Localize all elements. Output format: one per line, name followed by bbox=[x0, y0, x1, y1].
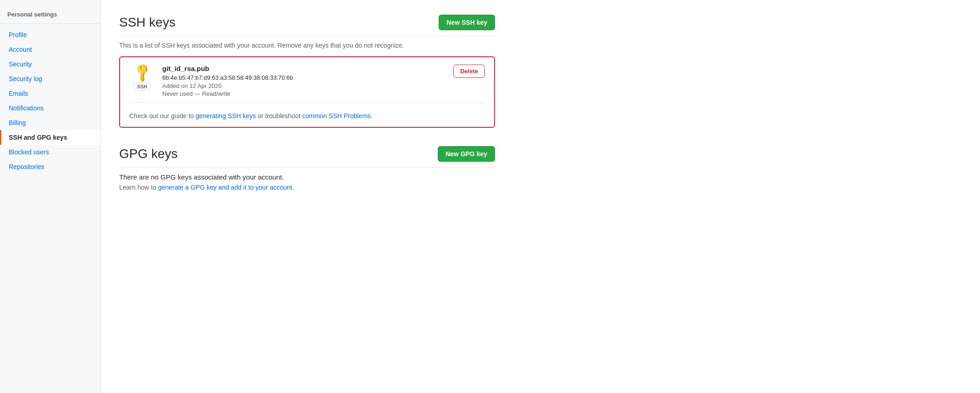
key-actions: Delete bbox=[453, 65, 485, 78]
ssh-section-title: SSH keys bbox=[119, 15, 176, 30]
sidebar-item-ssh-gpg-keys[interactable]: SSH and GPG keys bbox=[0, 130, 100, 145]
ssh-divider bbox=[119, 36, 495, 36]
key-icon: 🔑 bbox=[131, 61, 153, 83]
key-icon-area: 🔑 SSH bbox=[129, 65, 155, 91]
ssh-key-item: 🔑 SSH git_id_rsa.pub 6b:4e:b5:47:b7:d9:6… bbox=[129, 65, 485, 97]
gpg-learn-suffix: . bbox=[292, 184, 294, 191]
gpg-divider bbox=[119, 167, 495, 168]
generating-ssh-keys-link[interactable]: generating SSH keys bbox=[196, 112, 256, 120]
sidebar-item-profile[interactable]: Profile bbox=[0, 27, 100, 42]
gpg-learn-text: Learn how to generate a GPG key and add … bbox=[119, 184, 495, 191]
ssh-keys-section: SSH keys New SSH key This is a list of S… bbox=[119, 15, 495, 128]
generate-gpg-key-link[interactable]: generate a GPG key and add it to your ac… bbox=[158, 184, 292, 191]
gpg-keys-section: GPG keys New GPG key There are no GPG ke… bbox=[119, 146, 495, 191]
common-ssh-problems-link[interactable]: common SSH Problems bbox=[302, 112, 370, 120]
sidebar-item-account[interactable]: Account bbox=[0, 42, 100, 57]
key-usage: Never used — Read/write bbox=[162, 90, 446, 97]
guide-suffix: . bbox=[371, 112, 373, 120]
new-ssh-key-button[interactable]: New SSH key bbox=[439, 15, 495, 30]
sidebar-title: Personal settings bbox=[0, 7, 100, 24]
guide-prefix: Check out our guide to bbox=[129, 112, 196, 120]
delete-ssh-key-button[interactable]: Delete bbox=[453, 65, 485, 78]
key-added-date: Added on 12 Apr 2020 bbox=[162, 82, 446, 89]
sidebar-item-repositories[interactable]: Repositories bbox=[0, 159, 100, 174]
guide-middle: or troubleshoot bbox=[256, 112, 302, 120]
sidebar-item-security[interactable]: Security bbox=[0, 57, 100, 71]
ssh-guide-text: Check out our guide to generating SSH ke… bbox=[129, 109, 485, 120]
sidebar-item-billing[interactable]: Billing bbox=[0, 115, 100, 130]
ssh-description: This is a list of SSH keys associated wi… bbox=[119, 42, 495, 49]
sidebar-item-security-log[interactable]: Security log bbox=[0, 71, 100, 86]
gpg-empty-text: There are no GPG keys associated with yo… bbox=[119, 173, 495, 181]
key-fingerprint: 6b:4e:b5:47:b7:d9:63:a3:58:58:49:38:08:3… bbox=[162, 74, 446, 81]
sidebar-item-emails[interactable]: Emails bbox=[0, 86, 100, 101]
sidebar: Personal settings ProfileAccountSecurity… bbox=[0, 0, 101, 393]
ssh-keys-box: 🔑 SSH git_id_rsa.pub 6b:4e:b5:47:b7:d9:6… bbox=[119, 56, 495, 128]
new-gpg-key-button[interactable]: New GPG key bbox=[438, 146, 495, 162]
gpg-section-title: GPG keys bbox=[119, 147, 178, 161]
key-name: git_id_rsa.pub bbox=[162, 65, 446, 72]
main-content: SSH keys New SSH key This is a list of S… bbox=[101, 0, 513, 393]
gpg-section-header: GPG keys New GPG key bbox=[119, 146, 495, 162]
sidebar-item-blocked-users[interactable]: Blocked users bbox=[0, 145, 100, 159]
key-box-divider bbox=[129, 103, 485, 103]
key-info: git_id_rsa.pub 6b:4e:b5:47:b7:d9:63:a3:5… bbox=[162, 65, 446, 97]
sidebar-item-notifications[interactable]: Notifications bbox=[0, 101, 100, 115]
ssh-section-header: SSH keys New SSH key bbox=[119, 15, 495, 30]
gpg-learn-prefix: Learn how to bbox=[119, 184, 158, 191]
ssh-type-badge: SSH bbox=[134, 82, 151, 91]
